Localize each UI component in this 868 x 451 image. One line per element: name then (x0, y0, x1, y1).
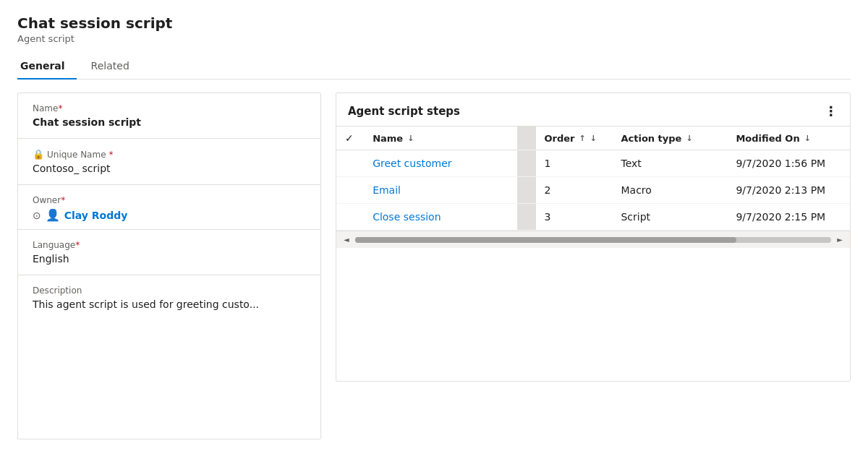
more-options-icon[interactable]: ⋮ (825, 103, 838, 119)
row2-check (336, 177, 364, 204)
page-title: Chat session script (17, 14, 851, 32)
name-field-group: Name* Chat session script (18, 93, 320, 139)
row2-divider (517, 177, 535, 204)
row3-divider (517, 204, 535, 231)
right-panel: Agent script steps ⋮ ✓ Name ↓ (336, 93, 851, 382)
row3-order: 3 (536, 204, 613, 231)
row1-modified: 9/7/2020 1:56 PM (727, 150, 850, 177)
row2-modified: 9/7/2020 2:13 PM (727, 177, 850, 204)
owner-name[interactable]: Clay Roddy (64, 210, 128, 221)
scroll-track[interactable] (355, 237, 832, 243)
owner-value-row: ⊙ 👤 Clay Roddy (33, 208, 306, 222)
page-subtitle: Agent script (17, 33, 851, 44)
unique-name-label: 🔒 Unique Name* (33, 149, 306, 160)
unique-name-required: * (109, 150, 114, 160)
row3-action-type: Script (612, 204, 727, 231)
name-value: Chat session script (33, 116, 306, 131)
name-label: Name* (33, 103, 306, 113)
scroll-left-arrow-icon[interactable]: ◄ (341, 234, 352, 245)
table-row: Email 2 Macro 9/7/2020 2:13 PM (336, 177, 850, 204)
col-divider-1 (517, 126, 535, 150)
name-sort-desc-icon: ↓ (407, 134, 414, 143)
owner-field-group: Owner* ⊙ 👤 Clay Roddy (18, 185, 320, 230)
col-header-order[interactable]: Order ↑ ↓ (536, 126, 613, 150)
description-value: This agent script is used for greeting c… (33, 298, 306, 310)
scroll-thumb (355, 237, 736, 243)
description-label: Description (33, 285, 306, 296)
scroll-right-arrow-icon[interactable]: ► (834, 234, 846, 245)
person-icon: 👤 (46, 208, 60, 222)
language-value: English (33, 253, 306, 267)
main-content: Name* Chat session script 🔒 Unique Name*… (17, 93, 851, 439)
col-header-action-type[interactable]: Action type ↓ (612, 126, 727, 150)
row2-action-type: Macro (612, 177, 727, 204)
horizontal-scrollbar[interactable]: ◄ ► (336, 231, 850, 248)
left-panel: Name* Chat session script 🔒 Unique Name*… (17, 93, 321, 439)
row1-name-link[interactable]: Greet customer (373, 158, 451, 169)
table-header: Agent script steps ⋮ (336, 93, 850, 126)
owner-required: * (61, 195, 65, 205)
page-container: Chat session script Agent script General… (17, 14, 851, 439)
row1-check (336, 150, 364, 177)
language-required: * (75, 240, 80, 250)
row3-modified: 9/7/2020 2:15 PM (727, 204, 850, 231)
row1-action-type: Text (612, 150, 727, 177)
row1-name: Greet customer (364, 150, 517, 177)
language-field-group: Language* English (18, 230, 320, 275)
tab-general[interactable]: General (17, 54, 77, 79)
row2-name-link[interactable]: Email (373, 184, 401, 196)
check-icon: ✓ (345, 132, 354, 144)
circle-icon: ⊙ (33, 210, 41, 221)
col-header-check: ✓ (336, 126, 364, 150)
page-header: Chat session script Agent script (17, 14, 851, 44)
action-sort-desc-icon: ↓ (686, 134, 692, 143)
row2-order: 2 (536, 177, 613, 204)
description-field-group: Description This agent script is used fo… (18, 275, 320, 317)
table-row: Greet customer 1 Text 9/7/2020 1:56 PM (336, 150, 850, 177)
row1-divider (517, 150, 535, 177)
language-label: Language* (33, 240, 306, 250)
table-title: Agent script steps (348, 105, 460, 118)
order-sort-desc-icon: ↓ (590, 134, 597, 143)
row3-name-link[interactable]: Close session (373, 211, 441, 223)
owner-label: Owner* (33, 195, 306, 205)
modified-sort-desc-icon: ↓ (804, 134, 811, 143)
row1-order: 1 (536, 150, 613, 177)
table-header-row: ✓ Name ↓ Order ↑ (336, 126, 850, 150)
table-row: Close session 3 Script 9/7/2020 2:15 PM (336, 204, 850, 231)
row2-name: Email (364, 177, 517, 204)
tab-related[interactable]: Related (88, 54, 141, 79)
order-sort-asc-icon: ↑ (579, 134, 586, 143)
row3-name: Close session (364, 204, 517, 231)
lock-icon: 🔒 (33, 149, 44, 160)
agent-script-table: ✓ Name ↓ Order ↑ (336, 126, 850, 231)
col-header-name[interactable]: Name ↓ (364, 126, 517, 150)
row3-check (336, 204, 364, 231)
unique-name-field-group: 🔒 Unique Name* Contoso_ script (18, 139, 320, 185)
tab-bar: General Related (17, 54, 851, 80)
col-header-modified-on[interactable]: Modified On ↓ (727, 126, 850, 150)
name-required: * (58, 103, 62, 113)
unique-name-value: Contoso_ script (33, 163, 306, 177)
